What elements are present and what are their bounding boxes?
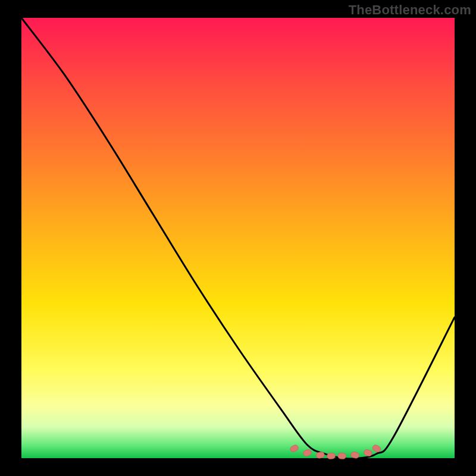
- optimal-marker: [337, 453, 346, 459]
- plot-area: [21, 18, 455, 458]
- optimal-marker: [315, 451, 325, 459]
- optimal-marker: [289, 444, 299, 453]
- optimal-marker: [371, 444, 381, 453]
- optimal-marker: [327, 453, 336, 459]
- chart-frame: TheBottleneck.com: [0, 0, 476, 476]
- watermark-text: TheBottleneck.com: [349, 2, 471, 18]
- optimal-marker: [302, 449, 312, 457]
- chart-svg: [21, 18, 455, 458]
- bottleneck-curve: [21, 18, 455, 459]
